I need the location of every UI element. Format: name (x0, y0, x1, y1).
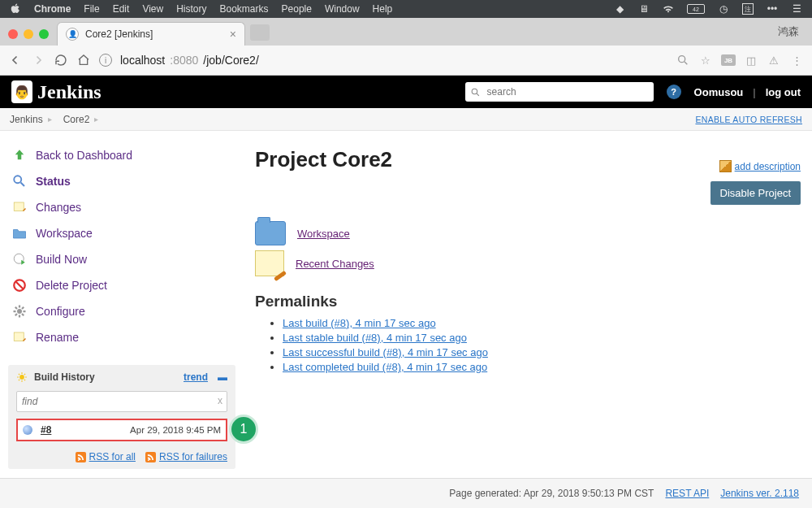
menu-people[interactable]: People (282, 3, 312, 15)
footer-rest-api[interactable]: REST API (665, 488, 709, 499)
sidebar-item-workspace[interactable]: Workspace (8, 220, 235, 246)
sidebar-label: Rename (36, 331, 79, 344)
rss-icon (76, 452, 86, 462)
menu-bookmarks[interactable]: Bookmarks (220, 3, 269, 15)
header-user[interactable]: Oomusou (694, 86, 744, 98)
browser-tab[interactable]: 👤 Core2 [Jenkins] × (57, 22, 245, 46)
build-date: Apr 29, 2018 9:45 PM (130, 425, 221, 435)
sidebar-item-build-now[interactable]: Build Now (8, 246, 235, 272)
svg-rect-7 (14, 332, 24, 341)
breadcrumb-jenkins[interactable]: Jenkins (10, 114, 43, 125)
permalink-last-success[interactable]: Last successful build (#8), 4 min 17 sec… (283, 346, 488, 358)
recent-changes-row: Recent Changes (255, 250, 801, 276)
build-find-input[interactable] (16, 391, 227, 412)
footer-generated: Page generated: Apr 29, 2018 9:50:13 PM … (449, 488, 654, 499)
new-tab-button[interactable] (250, 24, 270, 41)
svg-rect-3 (14, 202, 24, 211)
help-icon[interactable]: ? (667, 85, 681, 99)
sidebar-label: Build Now (36, 253, 87, 266)
browser-toolbar: i localhost:8080/job/Core2/ ☆ JB ◫ ⚠ ⋮ (0, 46, 812, 76)
workspace-link-row: Workspace (255, 221, 801, 245)
apple-icon[interactable] (10, 3, 21, 15)
sidebar: Back to Dashboard Status Changes Workspa… (0, 131, 244, 480)
logout-link[interactable]: log out (766, 86, 801, 98)
jenkins-search[interactable] (465, 82, 654, 102)
input-icon[interactable]: 注 (742, 3, 754, 15)
jenkins-logo-icon[interactable]: 👨 (11, 80, 32, 103)
workspace-link[interactable]: Workspace (297, 228, 350, 240)
menu-help[interactable]: Help (373, 3, 393, 15)
url-port: :8080 (170, 54, 198, 67)
rss-all-link[interactable]: RSS for all (76, 451, 136, 462)
home-button[interactable] (76, 53, 91, 67)
page-footer: Page generated: Apr 29, 2018 9:50:13 PM … (0, 478, 812, 508)
permalink-last-stable[interactable]: Last stable build (#8), 4 min 17 sec ago (283, 332, 467, 344)
wifi-icon[interactable] (663, 3, 674, 15)
window-controls[interactable] (0, 29, 57, 46)
permalink-last-completed[interactable]: Last completed build (#8), 4 min 17 sec … (283, 361, 487, 373)
search-in-page-icon[interactable] (676, 53, 690, 67)
sidebar-label: Configure (36, 305, 85, 318)
rss-failures-link[interactable]: RSS for failures (145, 451, 227, 462)
tab-close-icon[interactable]: × (230, 28, 236, 41)
menu-window[interactable]: Window (325, 3, 360, 15)
folder-big-icon (255, 221, 286, 245)
build-row[interactable]: #8 Apr 29, 2018 9:45 PM (16, 419, 227, 441)
back-button[interactable] (8, 53, 23, 67)
build-history-title: Build History (34, 371, 177, 383)
menu-view[interactable]: View (142, 3, 163, 15)
list-icon[interactable]: ☰ (791, 3, 802, 15)
permalink-last-build[interactable]: Last build (#8), 4 min 17 sec ago (283, 317, 436, 329)
build-number[interactable]: #8 (41, 424, 51, 436)
tray-icon-1[interactable]: ◆ (614, 3, 625, 15)
disable-project-button[interactable]: Disable Project (710, 181, 801, 205)
add-description-link[interactable]: add description (719, 160, 801, 172)
build-history-trend-link[interactable]: trend (184, 371, 208, 383)
folder-icon (11, 225, 28, 241)
jenkins-header: 👨 Jenkins ? Oomusou | log out (0, 76, 812, 108)
collapse-icon[interactable]: ▬ (218, 371, 227, 383)
delete-icon (11, 277, 28, 293)
tray-icon-2[interactable]: 🖥 (638, 3, 650, 15)
clock-icon[interactable]: ◷ (718, 3, 729, 15)
dots-icon[interactable]: ••• (767, 3, 778, 15)
extension-warn-icon[interactable]: ⚠ (767, 53, 781, 67)
mac-menubar: Chrome File Edit View History Bookmarks … (0, 0, 812, 18)
recent-changes-link[interactable]: Recent Changes (296, 258, 374, 270)
sidebar-item-rename[interactable]: Rename (8, 324, 235, 350)
svg-point-6 (17, 309, 22, 314)
extension-jb-icon[interactable]: JB (721, 54, 736, 66)
reload-button[interactable] (54, 53, 68, 67)
sidebar-item-delete[interactable]: Delete Project (8, 272, 235, 298)
clear-find-icon[interactable]: x (218, 395, 222, 406)
menu-file[interactable]: File (84, 3, 99, 15)
gear-icon (11, 303, 28, 319)
battery-icon[interactable]: 42 (687, 4, 705, 14)
extension-cube-icon[interactable]: ◫ (744, 53, 758, 67)
main-content: Project Core2 add description Disable Pr… (244, 131, 812, 480)
jenkins-search-input[interactable] (486, 85, 649, 98)
sidebar-item-back[interactable]: Back to Dashboard (8, 142, 235, 168)
menu-edit[interactable]: Edit (113, 3, 130, 15)
menu-app-name[interactable]: Chrome (34, 3, 71, 15)
breadcrumb: Jenkins ▸ Core2 ▸ ENABLE AUTO REFRESH (0, 108, 812, 131)
url-host: localhost (120, 54, 165, 67)
svg-point-1 (472, 89, 477, 94)
sun-icon (16, 371, 28, 383)
browser-profile[interactable]: 鸿森 (778, 24, 799, 39)
permalinks-list: Last build (#8), 4 min 17 sec ago Last s… (255, 317, 801, 373)
changes-icon (11, 199, 28, 215)
jenkins-brand[interactable]: Jenkins (37, 81, 102, 103)
sidebar-item-status[interactable]: Status (8, 168, 235, 194)
bookmark-star-icon[interactable]: ☆ (698, 53, 713, 67)
sidebar-item-changes[interactable]: Changes (8, 194, 235, 220)
chevron-right-icon: ▸ (94, 115, 98, 124)
footer-version[interactable]: Jenkins ver. 2.118 (720, 488, 799, 499)
menu-history[interactable]: History (176, 3, 206, 15)
browser-menu-icon[interactable]: ⋮ (789, 53, 804, 67)
site-info-icon[interactable]: i (99, 54, 112, 67)
address-bar[interactable]: localhost:8080/job/Core2/ (120, 54, 667, 67)
sidebar-item-configure[interactable]: Configure (8, 298, 235, 324)
enable-auto-refresh-link[interactable]: ENABLE AUTO REFRESH (695, 115, 802, 124)
breadcrumb-project[interactable]: Core2 (63, 114, 90, 125)
